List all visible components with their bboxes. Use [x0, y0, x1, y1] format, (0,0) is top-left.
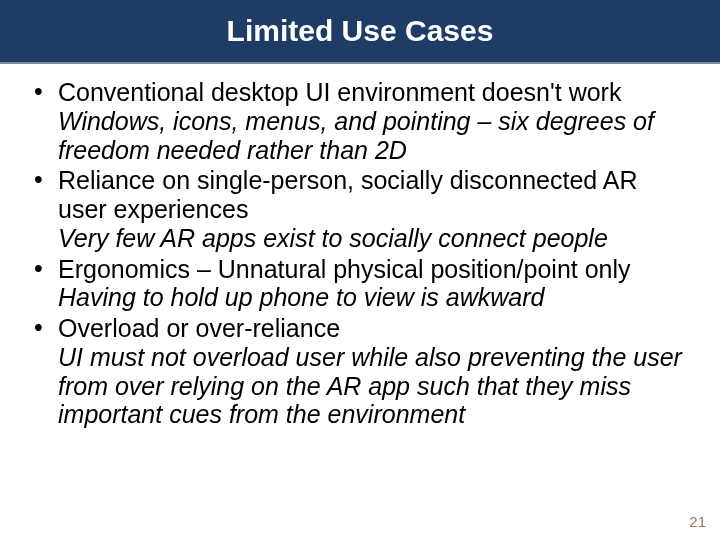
list-item: Ergonomics – Unnatural physical position…	[28, 255, 692, 313]
bullet-main: Overload or over-reliance	[58, 314, 692, 343]
list-item: Reliance on single-person, socially disc…	[28, 166, 692, 252]
bullet-main: Conventional desktop UI environment does…	[58, 78, 692, 107]
slide: Limited Use Cases Conventional desktop U…	[0, 0, 720, 540]
bullet-main: Ergonomics – Unnatural physical position…	[58, 255, 692, 284]
title-bar: Limited Use Cases	[0, 0, 720, 64]
list-item: Overload or over-reliance UI must not ov…	[28, 314, 692, 429]
bullet-sub: Windows, icons, menus, and pointing – si…	[58, 107, 692, 165]
page-number: 21	[689, 513, 706, 530]
bullet-sub: Having to hold up phone to view is awkwa…	[58, 283, 692, 312]
slide-content: Conventional desktop UI environment does…	[0, 64, 720, 429]
bullet-sub: UI must not overload user while also pre…	[58, 343, 692, 429]
bullet-main: Reliance on single-person, socially disc…	[58, 166, 692, 224]
bullet-sub: Very few AR apps exist to socially conne…	[58, 224, 692, 253]
slide-title: Limited Use Cases	[227, 14, 494, 48]
list-item: Conventional desktop UI environment does…	[28, 78, 692, 164]
bullet-list: Conventional desktop UI environment does…	[28, 78, 692, 429]
